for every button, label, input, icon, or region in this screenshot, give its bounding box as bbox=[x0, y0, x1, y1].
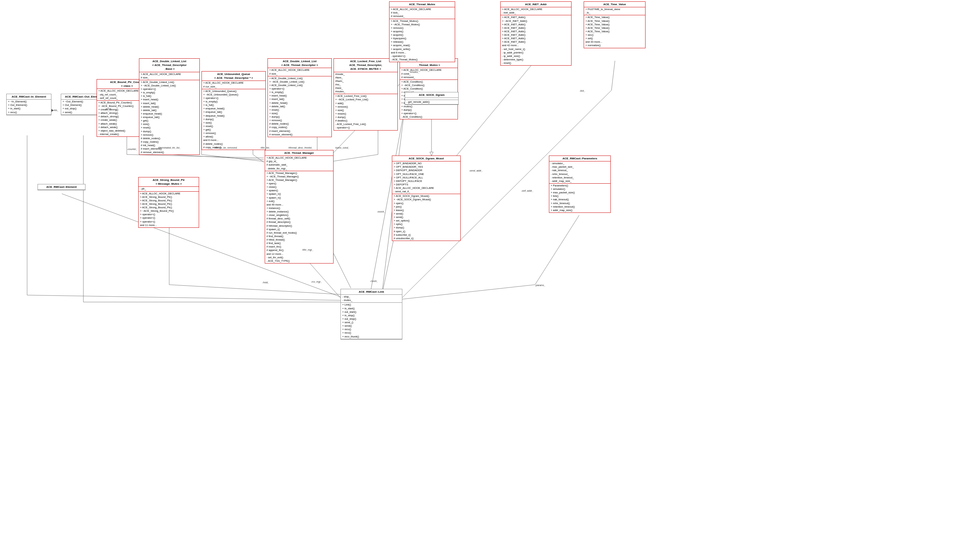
ace-condition-thread-mutex-attrs: + ACE_ALLOC_HOOK_DECLARE # cond_ # remov… bbox=[400, 68, 458, 80]
ace-rmcast-in-element-title: ACE_RMCast::In_Element bbox=[7, 94, 51, 100]
ace-sock-dgram-title: ACE_SOCK_Dgram bbox=[405, 92, 458, 98]
label-thr-list: #thr_list_ bbox=[261, 147, 270, 149]
svg-line-25 bbox=[612, 61, 615, 90]
ace-rmcast-element-box: ACE_RMCast::Element bbox=[37, 184, 85, 190]
label-in: #in_ bbox=[54, 109, 59, 112]
ace-thread-manager-methods: + ACE_Thread_Manager() + ~ACE_Thread_Man… bbox=[265, 171, 333, 263]
svg-line-13 bbox=[253, 155, 264, 162]
ace-double-linked-list-tdb-title: ACE_Double_Linked_List< ACE_Thread_Descr… bbox=[139, 59, 199, 72]
ace-double-linked-list-td-attrs: + ACE_ALLOC_HOOK_DECLARE # size_ bbox=[268, 68, 331, 76]
ace-thread-mutex-methods: + ACE_Thread_Mutex() + ~ACE_Thread_Mutex… bbox=[390, 19, 455, 62]
ace-sock-dgram-box: ACE_SOCK_Dgram - get_remote_addr() bbox=[405, 92, 459, 105]
ace-time-value-methods: + ACE_Time_Value() + ACE_Time_Value() + … bbox=[584, 15, 645, 48]
ace-rmcast-parameters-attrs: - simulator_ - max_packet_size_ - nak_ti… bbox=[549, 162, 610, 184]
svg-marker-4 bbox=[52, 109, 54, 112]
ace-unbounded-queue-box: ACE_Unbounded_Queue< ACE_Thread_Descript… bbox=[202, 71, 266, 150]
ace-unbounded-queue-title: ACE_Unbounded_Queue< ACE_Thread_Descript… bbox=[202, 72, 266, 81]
svg-line-11 bbox=[202, 155, 264, 162]
label-thr-to-be-removed: #thr_to_be_removed_ bbox=[214, 147, 238, 149]
svg-line-28 bbox=[401, 285, 535, 299]
label-eout: eout_ bbox=[106, 108, 112, 110]
ace-inet-addr-attrs: + ACE_ALLOC_HOOK_DECLARE - inet_addr_ bbox=[501, 7, 571, 15]
ace-double-linked-list-tdb-methods: + ACE_Double_Linked_List() + ~ACE_Double… bbox=[139, 80, 199, 155]
ace-locked-free-list-methods: + ACE_Locked_Free_List() + ~ACE_Locked_F… bbox=[334, 94, 398, 130]
ace-rmcast-link-box: ACE_RMCast::Link - stop_ - mutex_ + Link… bbox=[341, 289, 402, 340]
label-ssock: -ssock_ bbox=[377, 210, 385, 213]
ace-sock-dgram-mcast-attrs: + OPT_BINDADDR_NO + OPT_BINDADDR_YES + D… bbox=[392, 162, 460, 194]
uml-diagram: ACE_RMCast::In_Element + ~In_Element() +… bbox=[0, 0, 978, 560]
ace-strong-bound-ptr-box: ACE_Strong_Bound_Ptr< Message_Mutex > - … bbox=[138, 177, 199, 228]
label-params: -params_ bbox=[535, 284, 545, 287]
ace-sock-dgram-mcast-title: ACE_SOCK_Dgram_Mcast bbox=[392, 156, 460, 162]
ace-rmcast-parameters-methods: + Parameters() + simulator() + max_packe… bbox=[549, 184, 610, 212]
ace-sock-dgram-mcast-methods: + ACE_SOCK_Dgram_Mcast() + ~ACE_SOCK_Dgr… bbox=[392, 194, 460, 241]
label-rcv-mgr: -rcv_mgr_ bbox=[311, 280, 322, 283]
svg-line-17 bbox=[332, 155, 378, 162]
svg-line-30 bbox=[169, 285, 341, 294]
ace-locked-free-list-attrs: #mode_ #lwm_ #hwm_ #nc_ #size_ #mutex_ bbox=[334, 72, 398, 95]
ace-double-linked-list-td-box: ACE_Double_Linked_List< ACE_Thread_Descr… bbox=[267, 58, 332, 137]
ace-rmcast-link-attrs: - stop_ - mutex_ bbox=[341, 295, 402, 303]
ace-time-value-title: ACE_Time_Value bbox=[584, 2, 645, 7]
ace-inet-addr-title: ACE_INET_Addr bbox=[501, 2, 571, 7]
ace-rmcast-in-element-methods: + ~In_Element() + Out_Element() + in_sta… bbox=[7, 100, 51, 115]
ace-thread-manager-title: ACE_Thread_Manager bbox=[265, 150, 333, 156]
svg-line-32 bbox=[332, 250, 351, 288]
label-terminated-thr-list: #terminated_thr_list_ bbox=[158, 147, 181, 149]
ace-inet-addr-methods: + ACE_INET_Addr() + ~ACE_INET_Addr() + A… bbox=[501, 15, 571, 65]
svg-line-9 bbox=[169, 155, 264, 160]
ace-thread-mutex-box: ACE_Thread_Mutex + ACE_ALLOC_HOOK_DECLAR… bbox=[389, 2, 455, 62]
svg-line-27 bbox=[535, 215, 579, 285]
ace-time-value-box: ACE_Time_Value + FILETIME_to_timeval_ske… bbox=[583, 2, 645, 48]
ace-rmcast-link-title: ACE_RMCast::Link bbox=[341, 289, 402, 295]
svg-marker-20 bbox=[430, 152, 433, 155]
ace-sock-dgram-methods: - get_remote_addr() bbox=[405, 100, 458, 105]
label-counter: -counter_ bbox=[127, 148, 137, 150]
ace-sock-dgram-mcast-box: ACE_SOCK_Dgram_Mcast + OPT_BINDADDR_NO +… bbox=[392, 155, 461, 241]
ace-rmcast-link-methods: + Link() + in_start() + out_start() + in… bbox=[341, 303, 402, 339]
ace-strong-bound-ptr-attrs: - ptr_ bbox=[139, 187, 199, 191]
label-self-addr: -self_addr_ bbox=[521, 190, 533, 192]
ace-unbounded-queue-attrs: + ACE_ALLOC_HOOK_DECLARE # cur_size_ bbox=[202, 81, 266, 89]
ace-inet-addr-box: ACE_INET_Addr + ACE_ALLOC_HOOK_DECLARE -… bbox=[500, 2, 572, 66]
ace-rmcast-element-title: ACE_RMCast::Element bbox=[38, 184, 85, 190]
svg-line-7 bbox=[127, 155, 264, 158]
ace-locked-free-list-box: ACE_Locked_Free_ListACE_Thread_Descripto… bbox=[334, 58, 398, 130]
ace-rmcast-in-element-box: ACE_RMCast::In_Element + ~In_Element() +… bbox=[6, 94, 52, 115]
ace-strong-bound-ptr-title: ACE_Strong_Bound_Ptr< Message_Mutex > bbox=[139, 177, 199, 187]
ace-condition-thread-mutex-box: ACE_Condition: ACE_Thread_Mutex > + ACE_… bbox=[400, 58, 458, 120]
label-mutex: #mutex_ bbox=[410, 71, 420, 73]
ace-time-value-attrs: + FILETIME_to_timeval_skew _tv_ bbox=[584, 7, 645, 15]
ace-rmcast-parameters-box: ACE_RMCast::Parameters - simulator_ - ma… bbox=[549, 155, 611, 213]
ace-double-linked-list-td-title: ACE_Double_Linked_List< ACE_Thread_Descr… bbox=[268, 59, 331, 68]
ace-thread-manager-box: ACE_Thread_Manager + ACE_ALLOC_HOOK_DECL… bbox=[265, 150, 334, 263]
ace-double-linked-list-td-methods: + ACE_Double_Linked_List() + ~ACE_Double… bbox=[268, 77, 331, 137]
ace-thread-mutex-title: ACE_Thread_Mutex bbox=[390, 2, 455, 7]
svg-line-1 bbox=[27, 295, 341, 300]
label-thread-desc-freelist: #thread_desc_freelist_ bbox=[288, 147, 313, 149]
label-tick: -tick_ bbox=[580, 90, 585, 92]
ace-double-linked-list-tdb-attrs: + ACE_ALLOC_HOOK_DECLARE # size_ bbox=[139, 72, 199, 80]
label-rsock: -rsock_ bbox=[370, 280, 378, 282]
ace-thread-mutex-attrs: + ACE_ALLOC_HOOK_DECLARE # lock_ # remov… bbox=[390, 7, 455, 19]
label-thr-mgr: #thr_mgr_ bbox=[302, 248, 313, 251]
label-hold: -hold_ bbox=[262, 281, 269, 283]
ace-double-linked-list-tdb-box: ACE_Double_Linked_List< ACE_Thread_Descr… bbox=[139, 58, 200, 155]
ace-strong-bound-ptr-methods: + ACE_ALLOC_HOOK_DECLARE + ACE_Strong_Bo… bbox=[139, 192, 199, 227]
ace-rmcast-parameters-title: ACE_RMCast::Parameters bbox=[549, 156, 610, 162]
label-send-addr: -send_addr_ bbox=[469, 170, 483, 172]
ace-thread-manager-attrs: + ACE_ALLOC_HOOK_DECLARE # grp_id_ # aut… bbox=[265, 156, 333, 171]
ace-unbounded-queue-methods: + ACE_Unbounded_Queue() + ~ACE_Unbounded… bbox=[202, 89, 266, 150]
label-zero-cond: #zero_cond_ bbox=[335, 147, 349, 149]
ace-locked-free-list-title: ACE_Locked_Free_ListACE_Thread_Descripto… bbox=[334, 59, 398, 72]
